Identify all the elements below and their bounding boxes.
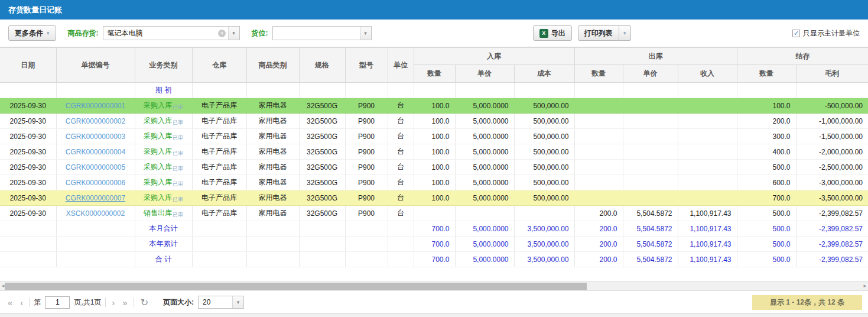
page-size-select[interactable]: 20 ▾ bbox=[198, 296, 244, 309]
col-header-category[interactable]: 商品类别 bbox=[246, 48, 299, 83]
print-split-button: 打印列表 ▾ bbox=[578, 25, 631, 41]
more-conditions-label: 更多条件 bbox=[15, 28, 43, 38]
pagination-bar: « ‹ 第 页,共1页 › » ↻ 页面大小: 20 ▾ 显示 1 - 12条，… bbox=[0, 290, 868, 313]
audited-badge: 已审 bbox=[173, 104, 183, 110]
next-page-icon[interactable]: › bbox=[110, 297, 116, 308]
table-row[interactable]: 2025-09-30CGRK0000000002采购入库已审电子产品库家用电器3… bbox=[0, 114, 868, 129]
page-size-value: 20 bbox=[199, 296, 232, 308]
document-link[interactable]: CGRK0000000004 bbox=[66, 148, 125, 156]
audited-badge: 已审 bbox=[173, 119, 183, 125]
col-header-out-income[interactable]: 收入 bbox=[678, 65, 737, 83]
summary-label: 合 计 bbox=[155, 255, 171, 263]
table-row[interactable]: 2025-09-30XSCK0000000002销售出库已审电子产品库家用电器3… bbox=[0, 206, 868, 221]
storage-location-combobox: ▾ bbox=[272, 26, 372, 40]
excel-icon: X bbox=[539, 29, 548, 38]
prev-page-icon[interactable]: ‹ bbox=[18, 297, 25, 308]
audited-badge: 已审 bbox=[173, 212, 183, 218]
page-label: 第 bbox=[34, 297, 41, 308]
col-header-date[interactable]: 日期 bbox=[0, 48, 56, 83]
col-header-biz-type[interactable]: 业务类别 bbox=[135, 48, 192, 83]
first-page-icon[interactable]: « bbox=[6, 297, 14, 308]
audited-badge: 已审 bbox=[173, 166, 183, 172]
document-link[interactable]: CGRK0000000007 bbox=[66, 194, 125, 202]
bottom-edge bbox=[0, 313, 868, 317]
print-options-dropdown-button[interactable]: ▾ bbox=[619, 25, 631, 41]
toolbar: 更多条件 ▾ 商品存货: × ▾ 货位: ▾ X 导出 打印列表 ▾ ✓ 只显示… bbox=[0, 20, 868, 47]
document-link[interactable]: CGRK0000000002 bbox=[66, 117, 125, 125]
table-row[interactable]: 2025-09-30CGRK0000000001采购入库已审电子产品库家用电器3… bbox=[0, 98, 868, 114]
table-row[interactable]: 2025-09-30CGRK0000000004采购入库已审电子产品库家用电器3… bbox=[0, 144, 868, 160]
col-header-warehouse[interactable]: 仓库 bbox=[192, 48, 246, 83]
col-header-unit[interactable]: 单位 bbox=[388, 48, 414, 83]
clear-icon[interactable]: × bbox=[216, 27, 228, 40]
col-header-spec[interactable]: 规格 bbox=[299, 48, 345, 83]
biz-type-text: 采购入库 bbox=[144, 147, 172, 156]
summary-label: 本月合计 bbox=[149, 224, 178, 232]
document-link[interactable]: CGRK0000000005 bbox=[66, 163, 125, 172]
group-header-inbound: 入库 bbox=[414, 48, 574, 65]
audited-badge: 已审 bbox=[173, 196, 183, 202]
document-link[interactable]: CGRK0000000006 bbox=[66, 179, 125, 187]
journal-table: 日期 单据编号 业务类别 仓库 商品类别 规格 型号 单位 入库 出库 结存 数… bbox=[0, 47, 868, 267]
page-size-label: 页面大小: bbox=[163, 297, 194, 308]
scrollbar-thumb[interactable] bbox=[5, 283, 587, 290]
more-conditions-button[interactable]: 更多条件 ▾ bbox=[8, 25, 56, 41]
audited-badge: 已审 bbox=[173, 150, 183, 156]
summary-row: 本年累计700.05,000.00003,500,000.00200.05,50… bbox=[0, 237, 868, 252]
table-row[interactable]: 2025-09-30CGRK0000000005采购入库已审电子产品库家用电器3… bbox=[0, 160, 868, 175]
storage-location-input[interactable] bbox=[273, 27, 360, 40]
product-stock-input[interactable] bbox=[103, 27, 216, 40]
page-total-label: 页,共1页 bbox=[74, 297, 101, 308]
checkbox-checked-icon[interactable]: ✓ bbox=[792, 30, 800, 37]
summary-row: 合 计700.05,000.00003,500,000.00200.05,504… bbox=[0, 252, 868, 267]
col-header-out-qty[interactable]: 数量 bbox=[574, 65, 623, 83]
pager-divider bbox=[134, 297, 134, 307]
col-header-in-qty[interactable]: 数量 bbox=[414, 65, 455, 83]
col-header-in-price[interactable]: 单价 bbox=[455, 65, 514, 83]
col-header-bal-qty[interactable]: 数量 bbox=[737, 65, 796, 83]
col-header-out-price[interactable]: 单价 bbox=[623, 65, 678, 83]
page-title: 存货数量日记账 bbox=[8, 5, 62, 14]
product-stock-label: 商品存货: bbox=[68, 28, 99, 38]
last-page-icon[interactable]: » bbox=[121, 297, 129, 308]
document-link[interactable]: CGRK0000000001 bbox=[66, 102, 125, 110]
document-link[interactable]: CGRK0000000003 bbox=[66, 132, 125, 141]
col-header-in-cost[interactable]: 成本 bbox=[514, 65, 574, 83]
chevron-down-icon[interactable]: ▾ bbox=[228, 27, 239, 40]
col-header-model[interactable]: 型号 bbox=[345, 48, 388, 83]
product-stock-combobox: × ▾ bbox=[103, 26, 240, 40]
page-title-bar: 存货数量日记账 bbox=[0, 0, 868, 20]
record-count-badge: 显示 1 - 12条，共 12 条 bbox=[752, 295, 862, 310]
main-unit-only-label: 只显示主计量单位 bbox=[803, 28, 860, 38]
biz-type-text: 销售出库 bbox=[144, 209, 172, 217]
refresh-icon[interactable]: ↻ bbox=[138, 297, 151, 308]
initial-balance-label: 期 初 bbox=[155, 86, 171, 94]
horizontal-scrollbar[interactable]: ◄ ► bbox=[0, 281, 868, 290]
group-header-balance: 结存 bbox=[737, 48, 868, 65]
journal-grid: 日期 单据编号 业务类别 仓库 商品类别 规格 型号 单位 入库 出库 结存 数… bbox=[0, 47, 868, 281]
biz-type-text: 采购入库 bbox=[144, 178, 172, 186]
table-row[interactable]: 2025-09-30CGRK0000000007采购入库已审电子产品库家用电器3… bbox=[0, 190, 868, 206]
chevron-down-icon: ▾ bbox=[623, 30, 626, 36]
page-number-input[interactable] bbox=[45, 296, 70, 309]
scroll-right-icon[interactable]: ► bbox=[863, 283, 867, 290]
chevron-down-icon: ▾ bbox=[232, 296, 243, 308]
table-row[interactable]: 2025-09-30CGRK0000000006采购入库已审电子产品库家用电器3… bbox=[0, 175, 868, 190]
export-button[interactable]: X 导出 bbox=[533, 25, 572, 41]
export-label: 导出 bbox=[551, 28, 565, 38]
col-header-doc-no[interactable]: 单据编号 bbox=[56, 48, 135, 83]
col-header-bal-profit[interactable]: 毛利 bbox=[796, 65, 868, 83]
group-header-outbound: 出库 bbox=[574, 48, 737, 65]
summary-label: 本年累计 bbox=[149, 240, 178, 248]
main-unit-only-checkbox-wrap[interactable]: ✓ 只显示主计量单位 bbox=[792, 28, 860, 38]
biz-type-text: 采购入库 bbox=[144, 101, 172, 109]
document-link[interactable]: XSCK0000000002 bbox=[66, 209, 125, 218]
initial-row: 期 初 bbox=[0, 83, 868, 98]
biz-type-text: 采购入库 bbox=[144, 193, 172, 202]
print-list-button[interactable]: 打印列表 bbox=[578, 25, 619, 41]
journal-table-body: 期 初2025-09-30CGRK0000000001采购入库已审电子产品库家用… bbox=[0, 83, 868, 267]
table-header: 日期 单据编号 业务类别 仓库 商品类别 规格 型号 单位 入库 出库 结存 数… bbox=[0, 48, 868, 83]
chevron-down-icon[interactable]: ▾ bbox=[360, 27, 371, 40]
table-row[interactable]: 2025-09-30CGRK0000000003采购入库已审电子产品库家用电器3… bbox=[0, 129, 868, 144]
biz-type-text: 采购入库 bbox=[144, 117, 172, 125]
